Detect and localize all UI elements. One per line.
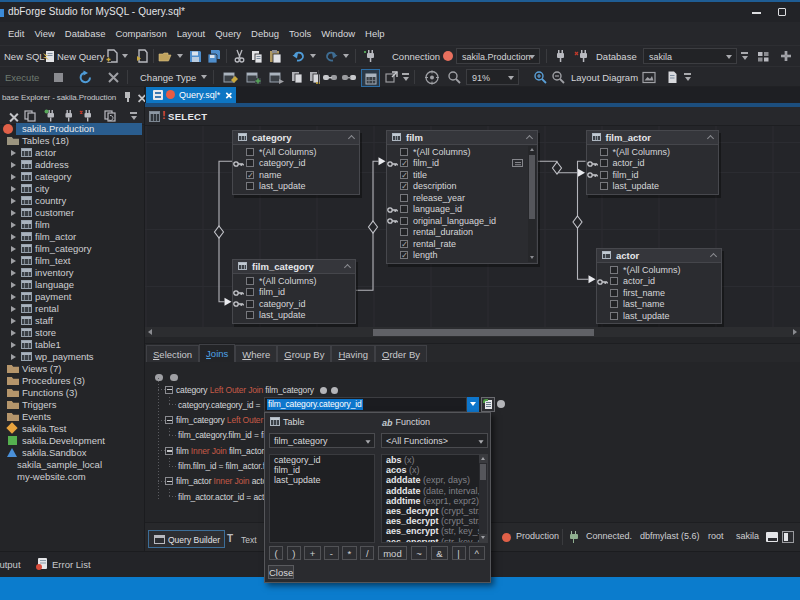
- column-checkbox[interactable]: ✓: [400, 159, 408, 167]
- operator-button[interactable]: mod: [378, 546, 407, 560]
- tree-item[interactable]: my-website.com: [0, 471, 144, 483]
- add-tool-icon[interactable]: [779, 49, 794, 64]
- function-list-scrollbar[interactable]: [479, 455, 487, 542]
- pin-icon[interactable]: [124, 92, 132, 102]
- table-add-icon[interactable]: [246, 70, 261, 85]
- collapse-join-icon[interactable]: [165, 447, 173, 455]
- new-query-button[interactable]: New Query: [57, 51, 105, 62]
- diagram-column-row[interactable]: ✓ original_language_id: [387, 215, 537, 227]
- diagram-column-row[interactable]: ✓ *(All Columns): [387, 146, 537, 158]
- toolbar-overflow-icon[interactable]: [684, 72, 692, 82]
- column-checkbox[interactable]: ✓: [600, 159, 608, 167]
- menu-item[interactable]: Help: [365, 24, 385, 43]
- expander-icon[interactable]: [11, 294, 16, 300]
- expander-icon[interactable]: [11, 210, 16, 216]
- tree-item[interactable]: Functions (3): [0, 387, 144, 399]
- text-view-tab[interactable]: TText: [226, 531, 261, 548]
- add-condition-icon[interactable]: [320, 387, 327, 394]
- diagram-column-row[interactable]: ✓ title: [387, 169, 537, 181]
- column-checkbox[interactable]: ✓: [400, 228, 408, 236]
- zoom-tool-icon[interactable]: [447, 70, 462, 85]
- diagram-table-node[interactable]: category ✓ *(All Columns): [232, 130, 360, 195]
- new-connection-icon[interactable]: [362, 49, 377, 64]
- diagram-column-row[interactable]: ✓ length: [387, 250, 537, 262]
- column-checkbox[interactable]: ✓: [610, 289, 618, 297]
- column-checkbox[interactable]: ✓: [610, 300, 618, 308]
- expander-icon[interactable]: [11, 306, 16, 312]
- tree-item[interactable]: payment: [0, 291, 144, 303]
- pages-forward-icon[interactable]: [290, 70, 305, 85]
- operator-button[interactable]: ~: [411, 546, 428, 560]
- expander-icon[interactable]: [11, 234, 16, 240]
- operator-button[interactable]: &: [431, 546, 448, 560]
- function-list-item[interactable]: aes_decrypt (crypt_str, key_str): [382, 506, 487, 516]
- error-list-tab[interactable]: Error List: [52, 559, 91, 570]
- column-checkbox[interactable]: ✓: [400, 205, 408, 213]
- menu-item[interactable]: Edit: [8, 24, 24, 43]
- tree-item[interactable]: film_actor: [0, 231, 144, 243]
- zoom-in-icon[interactable]: [533, 70, 548, 85]
- scrollbar-thumb[interactable]: [373, 329, 594, 336]
- function-combo[interactable]: <All Functions>: [381, 433, 488, 448]
- connect-db-icon[interactable]: [44, 109, 59, 124]
- layout-window-icon[interactable]: [766, 532, 778, 542]
- scroll-down-icon[interactable]: [479, 534, 487, 542]
- undo-dropdown[interactable]: [310, 54, 316, 58]
- expander-icon[interactable]: [11, 258, 16, 264]
- print-preview-icon[interactable]: [665, 70, 680, 85]
- redo-icon[interactable]: [324, 49, 339, 64]
- connect-icon[interactable]: [553, 49, 568, 64]
- tree-item[interactable]: Views (7): [0, 363, 144, 375]
- join-row[interactable]: category.category_id = film_category.cat…: [145, 397, 800, 412]
- column-checkbox[interactable]: ✓: [400, 171, 408, 179]
- expander-icon[interactable]: [11, 162, 16, 168]
- tree-item[interactable]: table1: [0, 339, 144, 351]
- collapse-node-icon[interactable]: [344, 263, 351, 270]
- diagram-table-header[interactable]: category: [233, 131, 359, 145]
- document-tab[interactable]: Query.sql*: [146, 87, 236, 103]
- table-scrollbar[interactable]: [528, 146, 536, 262]
- diagram-column-row[interactable]: ✓ last_update: [233, 310, 355, 322]
- explorer-header[interactable]: base Explorer - sakila.Production: [0, 87, 144, 107]
- column-list-item[interactable]: category_id: [270, 455, 374, 465]
- tree-item[interactable]: customer: [0, 207, 144, 219]
- delete-icon[interactable]: [9, 112, 18, 121]
- diagram-column-row[interactable]: ✓ release_year: [387, 192, 537, 204]
- tree-item[interactable]: sakila_sample_local: [0, 459, 144, 471]
- refresh-objects-icon[interactable]: [103, 109, 118, 124]
- zoom-combo[interactable]: 91%: [466, 69, 519, 85]
- new-document-icon[interactable]: [105, 49, 120, 64]
- window-grid-icon[interactable]: [756, 49, 771, 64]
- function-list-item[interactable]: aes_encrypt (str, key_str, iv): [382, 537, 487, 544]
- function-list-item[interactable]: abs (x): [382, 455, 487, 465]
- column-checkbox[interactable]: ✓: [400, 251, 408, 259]
- expander-icon[interactable]: [11, 246, 16, 252]
- tree-item[interactable]: actor: [0, 147, 144, 159]
- diagram-table-node[interactable]: film_actor ✓ *(All Columns): [586, 130, 719, 195]
- connection-combo-dropdown[interactable]: [529, 55, 535, 59]
- column-checkbox[interactable]: ✓: [400, 182, 408, 190]
- column-checkbox[interactable]: ✓: [610, 312, 618, 320]
- builder-tab[interactable]: Having: [331, 345, 375, 362]
- collapse-node-icon[interactable]: [710, 252, 717, 259]
- operator-button[interactable]: /: [360, 546, 374, 560]
- connection-combo[interactable]: sakila.Production: [456, 48, 540, 64]
- new-document-dropdown[interactable]: [122, 54, 128, 58]
- diagram-column-row[interactable]: ✓ rental_rate: [387, 238, 537, 250]
- diagram-canvas[interactable]: category ✓ *(All Columns): [145, 126, 800, 327]
- diagram-column-row[interactable]: ✓ category_id: [233, 298, 355, 310]
- tree-item[interactable]: staff: [0, 315, 144, 327]
- tree-item[interactable]: Events: [0, 411, 144, 423]
- redo-dropdown[interactable]: [343, 54, 349, 58]
- operator-button[interactable]: ): [287, 546, 301, 560]
- function-list-item[interactable]: addtime (expr1, expr2): [382, 496, 487, 506]
- join-left-icon[interactable]: [322, 70, 337, 85]
- condition-dropdown-button[interactable]: [467, 397, 479, 412]
- tree-item[interactable]: language: [0, 279, 144, 291]
- table-combo-dropdown[interactable]: [365, 440, 370, 443]
- menu-item[interactable]: Tools: [289, 24, 311, 43]
- table-view-icon[interactable]: [269, 70, 284, 85]
- function-list-item[interactable]: adddate (expr, days): [382, 475, 487, 485]
- diagram-view-toggle[interactable]: [361, 69, 380, 87]
- column-checkbox[interactable]: ✓: [600, 182, 608, 190]
